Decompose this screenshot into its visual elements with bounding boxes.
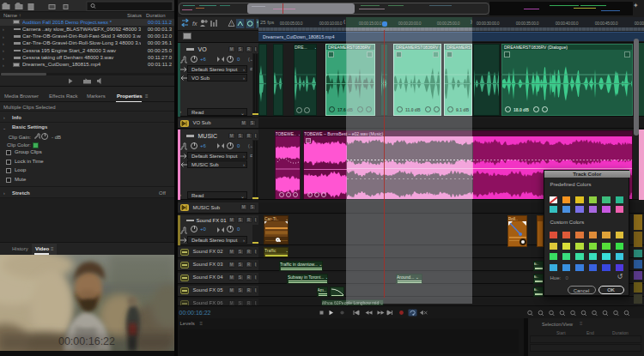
svg-text:!: ! [230,21,231,27]
svg-text:fx: fx [192,21,197,27]
svg-text:00:00:16:22: 00:00:16:22 [58,335,115,347]
